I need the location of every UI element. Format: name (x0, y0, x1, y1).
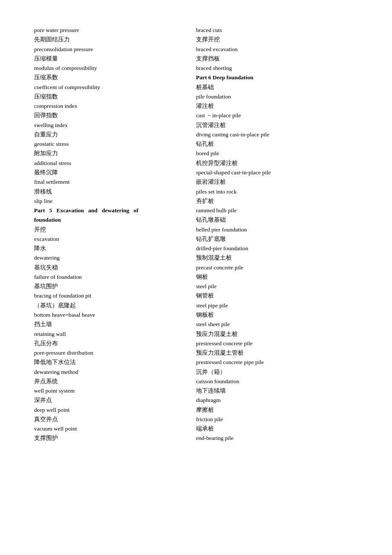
left-entry-17: 滑移线 (34, 187, 196, 197)
right-entry-13: bored pile (196, 149, 358, 158)
left-entry-31: retaining wall (34, 330, 196, 339)
right-entry-7: pile foundation (196, 92, 358, 101)
left-entry-24: 基坑失稳 (34, 263, 196, 272)
left-entry-26: 基坑围护 (34, 282, 196, 291)
left-entry-5: 压缩系数 (34, 73, 196, 82)
left-entry-4: modulus of compressibility (34, 64, 196, 73)
right-entry-2: braced excavation (196, 45, 358, 54)
right-entry-26: 钢桩 (196, 272, 358, 282)
left-entry-14: additional stress (34, 159, 196, 168)
right-entry-1: 支撑开挖 (196, 35, 358, 44)
right-entry-33: prestressed concrete pile (196, 339, 358, 348)
right-entry-37: caisson foundation (196, 377, 358, 386)
right-entry-15: special-shaped cast-in-place pile (196, 168, 358, 177)
left-entry-35: dewatering method (34, 367, 196, 377)
right-entry-28: 钢管桩 (196, 291, 358, 301)
left-entry-29: bottom heave=basal heave (34, 310, 196, 320)
right-entry-40: 摩擦桩 (196, 405, 358, 415)
right-entry-25: precast concrete pile (196, 263, 358, 272)
right-entry-10: 沉管灌注桩 (196, 121, 358, 130)
left-entry-42: 支撑围护 (34, 434, 196, 443)
right-entry-27: steel pile (196, 282, 358, 291)
left-entry-38: 深井点 (34, 396, 196, 405)
left-entry-7: 压缩指数 (34, 92, 196, 101)
right-entry-11: diving casting cast-in-place pile (196, 130, 358, 139)
left-entry-37: well point system (34, 386, 196, 396)
left-entry-12: geostatic stress (34, 139, 196, 149)
left-entry-32: 孔压分布 (34, 339, 196, 348)
left-entry-8: compression index (34, 101, 196, 111)
right-entry-12: 钻孔桩 (196, 139, 358, 149)
left-entry-13: 附加应力 (34, 149, 196, 158)
left-entry-39: deep well point (34, 405, 196, 415)
right-column: braced cuts支撑开挖braced excavation支撑挡板brac… (196, 26, 358, 443)
left-entry-0: pore water pressure (34, 26, 196, 35)
right-entry-5: Part 6 Deep foundation (196, 73, 358, 82)
right-entry-21: belled pier foundation (196, 225, 358, 234)
right-entry-22: 钻孔扩底墩 (196, 234, 358, 244)
left-entry-25: failure of foundation (34, 272, 196, 282)
right-entry-18: 夯扩桩 (196, 197, 358, 206)
left-entry-34: 降低地下水位法 (34, 358, 196, 367)
right-entry-36: 沉井（箱） (196, 367, 358, 377)
main-content: pore water pressure先期固结压力preconsolidatio… (34, 26, 358, 443)
right-entry-24: 预制混凝土桩 (196, 253, 358, 263)
left-column: pore water pressure先期固结压力preconsolidatio… (34, 26, 196, 443)
left-entry-23: dewatering (34, 253, 196, 263)
left-entry-16: final settlement (34, 177, 196, 187)
left-entry-41: vacuum well point (34, 424, 196, 434)
right-entry-3: 支撑挡板 (196, 54, 358, 64)
right-entry-19: rammed bulb pile (196, 206, 358, 215)
left-entry-15: 最终沉降 (34, 168, 196, 177)
right-entry-32: 预应力混凝土桩 (196, 330, 358, 339)
right-entry-41: friction pile (196, 415, 358, 424)
right-entry-39: diaphragm (196, 396, 358, 405)
left-entry-27: bracing of foundation pit (34, 291, 196, 301)
left-entry-6: coefficent of compressibility (34, 83, 196, 92)
right-entry-29: steel pipe pile (196, 301, 358, 310)
right-entry-43: end-bearing pile (196, 434, 358, 443)
right-entry-38: 地下连续墙 (196, 386, 358, 396)
left-entry-28: （基坑）底隆起 (34, 301, 196, 310)
right-entry-35: prestressed concrete pipe pile (196, 358, 358, 367)
left-entry-19: Part 5 Excavation and dewatering of foun… (34, 206, 196, 225)
right-entry-20: 钻孔墩基础 (196, 215, 358, 225)
right-entry-4: braced sheeting (196, 64, 358, 73)
left-entry-30: 挡土墙 (34, 320, 196, 329)
left-entry-3: 压缩模量 (34, 54, 196, 64)
right-entry-6: 桩基础 (196, 83, 358, 92)
right-entry-23: drilled-pier foundation (196, 244, 358, 253)
right-entry-0: braced cuts (196, 26, 358, 35)
right-entry-8: 灌注桩 (196, 101, 358, 111)
left-entry-1: 先期固结压力 (34, 35, 196, 44)
left-entry-10: swelling index (34, 121, 196, 130)
left-entry-2: preconsolidation pressure (34, 45, 196, 54)
right-entry-31: steel sheet pile (196, 320, 358, 329)
left-entry-40: 真空井点 (34, 415, 196, 424)
right-entry-9: cast －in-place pile (196, 111, 358, 120)
right-entry-17: piles set into rock (196, 187, 358, 197)
right-entry-34: 预应力混凝土管桩 (196, 348, 358, 358)
right-entry-42: 端承桩 (196, 424, 358, 434)
left-entry-22: 降水 (34, 244, 196, 253)
left-entry-21: excavation (34, 234, 196, 244)
left-entry-11: 自重应力 (34, 130, 196, 139)
right-entry-14: 机控异型灌注桩 (196, 159, 358, 168)
right-entry-16: 嵌岩灌注桩 (196, 177, 358, 187)
left-entry-9: 回弹指数 (34, 111, 196, 120)
left-entry-18: slip line (34, 197, 196, 206)
left-entry-36: 井点系统 (34, 377, 196, 386)
left-entry-20: 开挖 (34, 225, 196, 234)
right-entry-30: 钢板桩 (196, 310, 358, 320)
left-entry-33: pore-pressure distribution (34, 348, 196, 358)
